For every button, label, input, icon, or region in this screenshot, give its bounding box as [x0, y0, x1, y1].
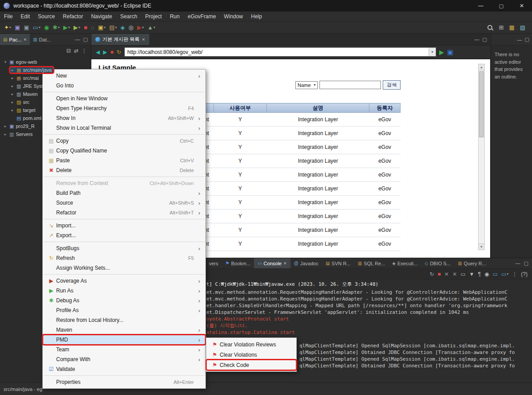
context-menu-item[interactable]: Source Alt+Shift+S [43, 198, 205, 208]
menubar-item[interactable]: Project [141, 12, 166, 21]
menubar-item[interactable]: Edit [16, 12, 34, 21]
stop-icon[interactable]: ■ [110, 49, 113, 55]
editor-tab[interactable]: 기본 게시판 목록 [91, 34, 149, 45]
context-menu-item[interactable]: ▶ Run As [43, 286, 205, 296]
context-menu-item[interactable]: Go Into [43, 81, 205, 91]
search-field-select[interactable]: Name [295, 81, 318, 89]
back-icon[interactable]: ◀ [96, 49, 100, 55]
context-menu-item[interactable]: Remove from Context Ctrl+Alt+Shift+Down [43, 178, 205, 188]
refresh-icon[interactable]: ↻ [117, 49, 121, 55]
menubar-item[interactable]: eGovFrame [184, 12, 220, 21]
tab-close-icon[interactable] [283, 261, 287, 266]
panel-tab[interactable]: ▥ Dat... [30, 34, 54, 45]
link-with-editor-icon[interactable]: ⇄ [74, 48, 78, 54]
tree-expand-icon[interactable]: ▸ [10, 100, 15, 104]
help-icon[interactable]: (?) ▾ [521, 272, 528, 277]
go-button[interactable]: ▶ [439, 49, 444, 56]
scrollbar-thumb[interactable] [479, 71, 484, 137]
external-run-icon[interactable]: ▶ ▾ [72, 24, 82, 31]
context-menu-item[interactable]: Show in Local Terminal [43, 123, 205, 133]
context-menu-item[interactable]: ↘ Import... [43, 221, 205, 230]
open-console-icon[interactable]: ▭ ▾ [501, 272, 508, 277]
context-menu-item[interactable]: ↗ Export... [43, 230, 205, 240]
word-wrap-icon[interactable]: ¶ ▾ [478, 272, 481, 277]
close-button[interactable] [512, 0, 532, 12]
context-menu-item[interactable]: Open Type Hierarchy F4 [43, 103, 205, 113]
minimize-button[interactable] [471, 0, 491, 12]
run-icon[interactable]: ▶ ▾ [62, 24, 71, 31]
scroll-lock-icon[interactable]: ▼ ▾ [469, 272, 475, 277]
panel-tab[interactable]: ▤ SVN R... [322, 258, 354, 268]
context-menu-item[interactable]: Compare With [43, 354, 205, 364]
menubar-item[interactable]: File [0, 12, 16, 21]
panel-tab[interactable]: ▥ Query R... [454, 258, 490, 268]
open-type-icon[interactable]: ◈ ▾ [119, 24, 126, 31]
url-dropdown-icon[interactable] [429, 48, 436, 56]
scroll-up-icon[interactable] [479, 64, 484, 70]
quick-search-icon[interactable] [487, 25, 492, 30]
minimize-view-icon[interactable] [475, 37, 479, 42]
context-menu-item[interactable]: Show In Alt+Shift+W [43, 113, 205, 123]
display-console-icon[interactable]: ▭ ▾ [493, 272, 498, 277]
panel-tab[interactable]: vers [204, 258, 222, 268]
panel-tab[interactable]: ▥ SQL Re... [354, 258, 389, 268]
remove-all-launches-icon[interactable]: ✕ ▾ [452, 272, 457, 277]
tree-expand-icon[interactable]: ▸ [3, 124, 8, 128]
submenu-item[interactable]: ⚑ Check Code [206, 360, 296, 370]
maximize-view-icon[interactable] [83, 37, 88, 42]
tree-expand-icon[interactable]: ▸ [10, 76, 15, 80]
save-all-icon[interactable]: ▣ ▾ [22, 24, 30, 31]
tree-expand-icon[interactable]: ▾ [3, 60, 8, 64]
context-menu-item[interactable]: Assign Working Sets... [43, 263, 205, 273]
new-class-icon[interactable]: ▣ ▾ [97, 24, 107, 31]
tree-row[interactable]: ▾ ▣ egov-web [0, 58, 91, 66]
context-menu-item[interactable]: PMD [43, 335, 205, 345]
panel-tab[interactable]: ◇ DBIO S... [421, 258, 454, 268]
context-menu-item[interactable]: Restore from Local History... [43, 315, 205, 325]
context-menu-item[interactable]: ▦ Paste Ctrl+V [43, 156, 205, 165]
minimize-view-icon[interactable] [517, 37, 522, 42]
context-menu-item[interactable]: Team [43, 345, 205, 354]
coverage-icon[interactable]: ▶ ▾ [136, 24, 145, 31]
menubar-item[interactable]: Source [34, 12, 59, 21]
terminal-icon[interactable]: ▭ ▾ [32, 24, 42, 31]
submenu-item[interactable]: ⚑ Clear Violations [206, 350, 296, 360]
tree-expand-icon[interactable]: ▸ [3, 132, 8, 136]
tab-close-icon[interactable] [24, 37, 27, 42]
context-menu-item[interactable]: Refactor Alt+Shift+T [43, 208, 205, 218]
search-input[interactable] [319, 81, 381, 89]
forward-icon[interactable]: ▶ [103, 49, 107, 55]
minimize-view-icon[interactable] [75, 37, 80, 42]
maximize-view-icon[interactable] [524, 260, 528, 266]
perspective-javaee-icon[interactable]: ▦ [507, 24, 516, 31]
context-menu-item[interactable]: ▤ Copy Ctrl+C [43, 136, 205, 146]
context-menu-item[interactable]: ☑ Validate [43, 364, 205, 374]
tree-expand-icon[interactable]: ▸ [10, 92, 15, 96]
scroll-down-icon[interactable] [479, 243, 484, 250]
menubar-item[interactable]: Window [220, 12, 247, 21]
menubar-item[interactable]: Run [166, 12, 184, 21]
tree-expand-icon[interactable]: ▸ [10, 84, 15, 88]
panel-tab[interactable]: ▭ Console [254, 258, 290, 268]
url-input[interactable] [125, 48, 429, 56]
pin-console-icon[interactable]: ◉ ▾ [484, 272, 489, 277]
context-menu-item[interactable]: Profile As [43, 305, 205, 315]
context-menu-item[interactable]: SpotBugs [43, 243, 205, 253]
skip-breakpoints-icon[interactable]: ◌ ▾ [90, 24, 96, 31]
context-menu-item[interactable]: ✱ Debug As [43, 296, 205, 305]
maximize-view-icon[interactable] [525, 37, 529, 42]
submenu-item[interactable]: ⚑ Clear Violation Reviews [206, 339, 296, 350]
context-menu-item[interactable]: Maven [43, 325, 205, 335]
menubar-item[interactable]: Search [116, 12, 141, 21]
external-browser-icon[interactable]: ▣ [447, 48, 454, 56]
panel-tab[interactable]: ◈ Executi... [389, 258, 421, 268]
new-wizard-icon[interactable]: ✦ ▾ [3, 24, 12, 31]
new-package-icon[interactable]: ▤ ▾ [108, 24, 118, 31]
stop-icon[interactable]: ■ ▾ [82, 24, 89, 31]
tree-expand-icon[interactable]: ▸ [10, 108, 15, 112]
debug-icon[interactable]: ✱ ▾ [51, 24, 61, 31]
menubar-item[interactable]: Refactor [59, 12, 87, 21]
external-tools-icon[interactable]: ▲ ▾ [146, 24, 157, 31]
clear-console-icon[interactable]: ▭ ▾ [460, 272, 465, 277]
view-menu-icon[interactable]: ⋮ ▾ [512, 272, 517, 277]
